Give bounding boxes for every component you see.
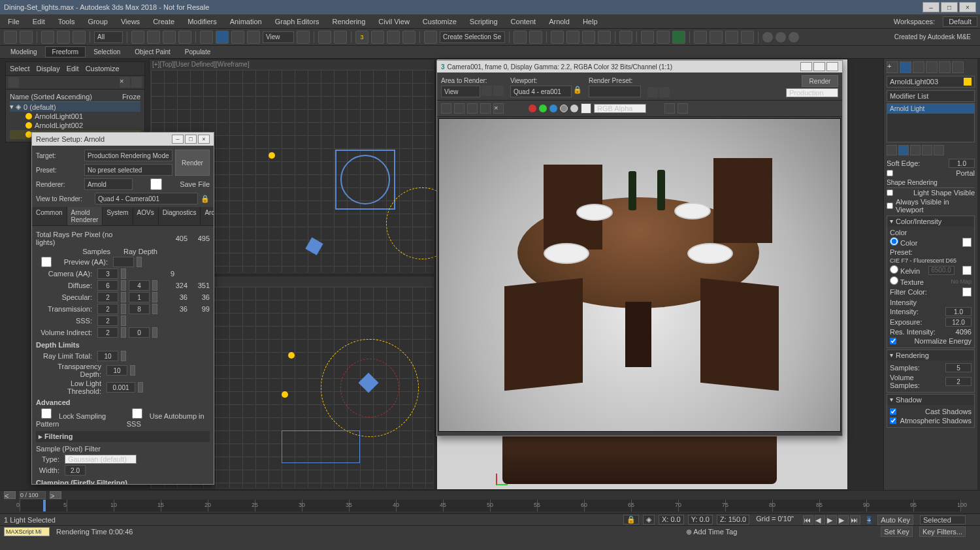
named-sel-set-button[interactable] <box>424 31 437 44</box>
menu-edit[interactable]: Edit <box>27 16 50 27</box>
window-maximize-button[interactable]: □ <box>941 2 958 12</box>
fb-copy-icon[interactable] <box>454 103 465 114</box>
next-frame-button[interactable]: ▶ <box>838 515 849 525</box>
maxscript-listener[interactable]: MAXScript Mi <box>4 527 50 536</box>
se-tab-display[interactable]: Display <box>37 65 60 73</box>
spinner-icon[interactable] <box>152 292 157 302</box>
rs-renderer-dropdown[interactable]: Arnold <box>84 178 133 190</box>
key-filters-button[interactable]: Key Filters... <box>919 526 966 537</box>
timeline-ruler[interactable]: 0510152025303540455055606570758085909510… <box>20 500 960 511</box>
manipulate-button[interactable] <box>318 31 331 44</box>
rs-filtering-head[interactable]: ▸ Filtering <box>36 431 210 442</box>
spinner-icon[interactable] <box>121 327 126 338</box>
mirror-button[interactable] <box>514 31 527 44</box>
show-result-icon[interactable] <box>898 145 909 155</box>
rs-preview-v1[interactable] <box>113 257 134 267</box>
rs-vol-v2[interactable] <box>129 327 150 338</box>
rp-rendering-head[interactable]: ▾ Rendering <box>887 350 974 361</box>
rs-width-v[interactable] <box>65 465 86 476</box>
fb-titlebar[interactable]: 3 Camera001, frame 0, Display Gamma: 2.2… <box>437 61 842 73</box>
rs-diffuse-v2[interactable] <box>129 280 150 291</box>
timeline-left-arrow-button[interactable]: < <box>4 491 16 499</box>
menu-customize[interactable]: Customize <box>417 16 462 27</box>
rs-specular-v2[interactable] <box>129 292 150 302</box>
named-selection-set-dropdown[interactable]: Create Selection Se <box>440 31 505 43</box>
unique-icon[interactable] <box>910 145 921 155</box>
teapot2-icon[interactable] <box>710 31 723 44</box>
rs-preview-check[interactable] <box>36 257 57 267</box>
fb-save-icon[interactable] <box>441 103 451 114</box>
angle-snap-button[interactable] <box>371 31 384 44</box>
se-tab-select[interactable]: Select <box>10 65 30 73</box>
hierarchy-tab-icon[interactable] <box>913 61 924 73</box>
coord-x-field[interactable]: X: 0.0 <box>659 515 684 525</box>
select-by-name-button[interactable] <box>147 31 160 44</box>
rp-texture-radio[interactable] <box>890 276 898 285</box>
rs-maximize-button[interactable]: □ <box>185 135 197 144</box>
menu-tools[interactable]: Tools <box>53 16 80 27</box>
rs-close-button[interactable]: × <box>198 135 210 144</box>
rs-trans-v2[interactable] <box>129 304 150 314</box>
spinner-snap-button[interactable] <box>402 31 416 44</box>
rs-diffuse-v1[interactable] <box>97 280 118 291</box>
percent-snap-button[interactable] <box>387 31 400 44</box>
align-button[interactable] <box>529 31 542 44</box>
fb-channel-dropdown[interactable]: RGB Alpha <box>594 104 646 113</box>
rp-normalize-check[interactable] <box>890 338 896 344</box>
spinner-icon[interactable] <box>138 382 143 393</box>
fb-print-icon[interactable] <box>480 103 491 114</box>
render-setup-button[interactable] <box>641 31 654 44</box>
se-item-row[interactable]: ArnoldLight001 <box>10 112 140 121</box>
snap-toggle-3-button[interactable]: 3 <box>355 31 368 44</box>
material-editor-button[interactable] <box>619 31 632 44</box>
window-close-button[interactable]: × <box>959 2 976 12</box>
workspace-value[interactable]: Default <box>943 16 977 27</box>
undo-button[interactable] <box>4 31 17 44</box>
fb-preset-dropdown[interactable] <box>589 86 641 97</box>
spinner-icon[interactable] <box>137 257 142 267</box>
fb-clone-icon[interactable] <box>467 103 478 114</box>
fb-area-dropdown[interactable]: View <box>441 86 480 97</box>
spinner-icon[interactable] <box>130 365 135 376</box>
viewport-label-top[interactable]: [+][Top][User Defined][Wireframe] <box>152 61 250 68</box>
menu-create[interactable]: Create <box>148 16 180 27</box>
ribbon-tab-object-paint[interactable]: Object Paint <box>128 47 176 57</box>
set-key-button[interactable]: Set Key <box>881 526 913 537</box>
layer-explorer-button[interactable] <box>566 31 580 44</box>
rs-tab-common[interactable]: Common <box>32 207 67 225</box>
se-item-row[interactable]: ArnoldLight002 <box>10 121 140 130</box>
bind-spacewarp-button[interactable] <box>73 31 86 44</box>
redo-button[interactable] <box>20 31 33 44</box>
window-minimize-button[interactable]: – <box>923 2 939 12</box>
spinner-icon[interactable] <box>121 351 126 361</box>
rp-color-radio[interactable] <box>890 237 898 246</box>
rs-tab-arnold[interactable]: Arnold Renderer <box>67 207 103 225</box>
lock-selection-icon[interactable]: 🔒 <box>623 515 639 525</box>
teapot4-icon[interactable] <box>741 31 754 44</box>
spinner-icon[interactable] <box>121 292 126 302</box>
fb-close-button[interactable] <box>826 62 838 71</box>
fb-minimize-button[interactable] <box>800 62 812 71</box>
rp-volsamples-input[interactable] <box>945 377 972 386</box>
rp-kelvin-radio[interactable] <box>890 265 898 274</box>
menu-rendering[interactable]: Rendering <box>327 16 371 27</box>
fb-env-icon[interactable] <box>647 87 658 97</box>
fb-blue-channel-button[interactable] <box>549 105 557 112</box>
ribbon-tab-modeling[interactable]: Modeling <box>4 47 44 57</box>
fb-toggle-ui-icon[interactable] <box>678 103 688 114</box>
rs-camera-v1[interactable] <box>97 268 118 279</box>
rp-texture-value[interactable]: No Map <box>951 278 972 285</box>
ribbon-tab-populate[interactable]: Populate <box>178 47 217 57</box>
ribbon-tab-freeform[interactable]: Freeform <box>45 46 86 57</box>
auto-key-button[interactable]: Auto Key <box>877 515 913 525</box>
teapot3-icon[interactable] <box>725 31 738 44</box>
spinner-icon[interactable] <box>152 304 157 314</box>
modifier-list-dropdown[interactable]: Modifier List <box>887 90 975 102</box>
fb-edit-region-icon[interactable] <box>493 86 504 96</box>
menu-modifiers[interactable]: Modifiers <box>182 16 222 27</box>
display-tab-icon[interactable] <box>939 61 951 73</box>
rs-render-button[interactable]: Render <box>175 150 210 176</box>
key-selection-dropdown[interactable]: Selected <box>920 515 966 525</box>
teapot1-icon[interactable] <box>694 31 707 44</box>
isolate-icon[interactable]: ◈ <box>643 515 655 525</box>
